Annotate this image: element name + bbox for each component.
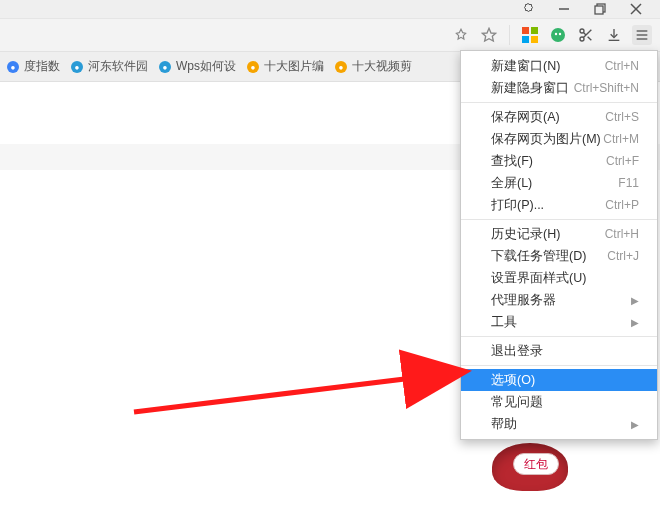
restore-button[interactable] <box>594 3 606 15</box>
bookmark-favicon: ● <box>158 60 172 74</box>
menu-item[interactable]: 历史记录(H)Ctrl+H <box>461 223 657 245</box>
close-button[interactable] <box>630 3 642 15</box>
main-menu-dropdown: 新建窗口(N)Ctrl+N新建隐身窗口Ctrl+Shift+N保存网页(A)Ct… <box>460 50 658 440</box>
menu-divider <box>461 102 657 103</box>
menu-item-shortcut: Ctrl+H <box>605 227 639 241</box>
menu-item-label: 选项(O) <box>491 372 535 389</box>
chevron-right-icon: ▶ <box>631 419 639 430</box>
assistant-icon[interactable] <box>548 25 568 45</box>
bookmark-label: 十大图片编 <box>264 58 324 75</box>
menu-item-shortcut: Ctrl+N <box>605 59 639 73</box>
bookmark-item[interactable]: ●河东软件园 <box>70 58 148 75</box>
menu-item[interactable]: 全屏(L)F11 <box>461 172 657 194</box>
menu-item[interactable]: 查找(F)Ctrl+F <box>461 150 657 172</box>
menu-item-shortcut: Ctrl+Shift+N <box>574 81 639 95</box>
bookmark-label: Wps如何设 <box>176 58 236 75</box>
menu-item[interactable]: 常见问题 <box>461 391 657 413</box>
browser-toolbar <box>0 18 660 52</box>
menu-item-label: 保存网页为图片(M) <box>491 131 601 148</box>
menu-divider <box>461 219 657 220</box>
menu-item[interactable]: 保存网页(A)Ctrl+S <box>461 106 657 128</box>
bookmark-label: 河东软件园 <box>88 58 148 75</box>
menu-divider <box>461 336 657 337</box>
menu-item-label: 代理服务器 <box>491 292 556 309</box>
menu-item-shortcut: Ctrl+S <box>605 110 639 124</box>
menu-item-label: 工具 <box>491 314 517 331</box>
menu-item-label: 退出登录 <box>491 343 543 360</box>
bookmark-label: 十大视频剪 <box>352 58 412 75</box>
svg-text:●: ● <box>11 63 16 72</box>
menu-item[interactable]: 设置界面样式(U) <box>461 267 657 289</box>
menu-item[interactable]: 代理服务器▶ <box>461 289 657 311</box>
menu-item[interactable]: 退出登录 <box>461 340 657 362</box>
svg-marker-5 <box>482 28 495 41</box>
chevron-right-icon: ▶ <box>631 295 639 306</box>
menu-item-shortcut: Ctrl+M <box>603 132 639 146</box>
red-packet-label: 红包 <box>513 453 559 475</box>
svg-point-13 <box>580 29 584 33</box>
menu-item-label: 历史记录(H) <box>491 226 560 243</box>
menu-item-shortcut: Ctrl+J <box>607 249 639 263</box>
menu-item-label: 保存网页(A) <box>491 109 560 126</box>
bookmark-favicon: ● <box>6 60 20 74</box>
menu-item[interactable]: 打印(P)...Ctrl+P <box>461 194 657 216</box>
svg-rect-9 <box>531 36 538 43</box>
bookmark-favicon: ● <box>334 60 348 74</box>
svg-rect-7 <box>531 27 538 34</box>
bookmark-favicon: ● <box>246 60 260 74</box>
svg-point-12 <box>559 33 561 35</box>
menu-item[interactable]: 新建窗口(N)Ctrl+N <box>461 55 657 77</box>
scissors-icon[interactable] <box>576 25 596 45</box>
svg-point-11 <box>555 33 557 35</box>
menu-item[interactable]: 选项(O) <box>461 369 657 391</box>
svg-rect-6 <box>522 27 529 34</box>
svg-rect-2 <box>595 6 603 14</box>
minimize-button[interactable] <box>558 3 570 15</box>
menu-item[interactable]: 帮助▶ <box>461 413 657 435</box>
svg-line-16 <box>588 37 592 41</box>
menu-item-label: 新建窗口(N) <box>491 58 560 75</box>
svg-point-14 <box>580 37 584 41</box>
menu-item-label: 下载任务管理(D) <box>491 248 586 265</box>
svg-line-17 <box>583 32 586 35</box>
menu-divider <box>461 365 657 366</box>
chevron-right-icon: ▶ <box>631 317 639 328</box>
window-titlebar <box>0 0 660 18</box>
pin-icon[interactable] <box>451 25 471 45</box>
hamburger-menu-icon[interactable] <box>632 25 652 45</box>
bookmark-label: 度指数 <box>24 58 60 75</box>
menu-item-label: 帮助 <box>491 416 517 433</box>
extension-puzzle-icon[interactable] <box>522 3 534 15</box>
svg-text:●: ● <box>163 63 168 72</box>
microsoft-icon[interactable] <box>520 25 540 45</box>
menu-item[interactable]: 新建隐身窗口Ctrl+Shift+N <box>461 77 657 99</box>
svg-text:●: ● <box>75 63 80 72</box>
menu-item[interactable]: 工具▶ <box>461 311 657 333</box>
bookmark-item[interactable]: ●度指数 <box>6 58 60 75</box>
bookmark-item[interactable]: ●十大视频剪 <box>334 58 412 75</box>
menu-item-shortcut: Ctrl+P <box>605 198 639 212</box>
menu-item-label: 打印(P)... <box>491 197 544 214</box>
bookmark-item[interactable]: ●十大图片编 <box>246 58 324 75</box>
menu-item-label: 查找(F) <box>491 153 533 170</box>
menu-item-label: 常见问题 <box>491 394 543 411</box>
red-packet-widget[interactable]: 红包 <box>486 441 574 505</box>
menu-item-label: 全屏(L) <box>491 175 532 192</box>
bookmark-item[interactable]: ●Wps如何设 <box>158 58 236 75</box>
menu-item[interactable]: 保存网页为图片(M)Ctrl+M <box>461 128 657 150</box>
star-icon[interactable] <box>479 25 499 45</box>
svg-text:●: ● <box>251 63 256 72</box>
download-icon[interactable] <box>604 25 624 45</box>
menu-item-label: 设置界面样式(U) <box>491 270 586 287</box>
menu-item-shortcut: Ctrl+F <box>606 154 639 168</box>
svg-text:●: ● <box>339 63 344 72</box>
menu-item-shortcut: F11 <box>618 176 639 190</box>
bookmark-favicon: ● <box>70 60 84 74</box>
menu-item-label: 新建隐身窗口 <box>491 80 569 97</box>
menu-item[interactable]: 下载任务管理(D)Ctrl+J <box>461 245 657 267</box>
svg-point-10 <box>551 28 565 42</box>
svg-rect-8 <box>522 36 529 43</box>
